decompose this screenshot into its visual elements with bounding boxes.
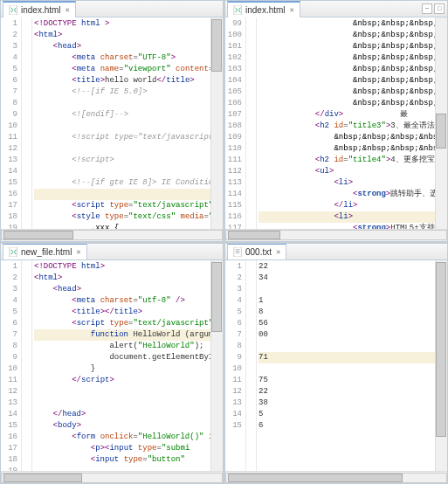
horizontal-scrollbar[interactable] bbox=[1, 471, 223, 483]
line-gutter: 123456789101112131415 bbox=[225, 260, 246, 472]
vertical-scrollbar[interactable] bbox=[435, 260, 447, 472]
pane-bottom-right: 000.txt ✕ 123456789101112131415 2234 185… bbox=[224, 243, 448, 485]
code-area[interactable]: <!DOCTYPE html><html> <head> <meta chars… bbox=[32, 260, 223, 472]
close-icon[interactable]: ✕ bbox=[76, 247, 80, 257]
pane-bottom-left: new_file.html ✕ 123456789101112131415161… bbox=[0, 243, 224, 485]
html-file-icon bbox=[9, 247, 18, 257]
line-gutter: 1234567891011121314151617181920212223 bbox=[1, 17, 22, 229]
close-icon[interactable]: ✕ bbox=[290, 5, 294, 15]
tab-000-txt[interactable]: 000.txt ✕ bbox=[227, 243, 286, 259]
tab-new-file-html[interactable]: new_file.html ✕ bbox=[3, 243, 87, 259]
txt-file-icon bbox=[233, 247, 243, 257]
tabbar: 000.txt ✕ bbox=[225, 244, 447, 260]
close-icon[interactable]: ✕ bbox=[276, 247, 280, 257]
vertical-scrollbar[interactable] bbox=[210, 260, 223, 472]
minimize-icon[interactable]: ─ bbox=[422, 3, 432, 14]
tab-title: 000.txt bbox=[245, 247, 272, 257]
close-icon[interactable]: ✕ bbox=[65, 5, 70, 15]
vertical-scrollbar[interactable] bbox=[210, 17, 223, 229]
tab-title: new_file.html bbox=[21, 247, 72, 257]
html-file-icon bbox=[233, 5, 243, 15]
code-area[interactable]: 2234 185600 71 75223856 bbox=[257, 260, 447, 472]
code-area[interactable]: &nbsp;&nbsp;&nbsp;&nbsp; &nbsp;&nbsp;&nb… bbox=[257, 17, 447, 229]
pane-top-left: index.html ✕ 123456789101112131415161718… bbox=[0, 0, 224, 242]
pane-top-right: index.html ✕ ─ □ 99100101102103104105106… bbox=[224, 0, 448, 242]
fold-gutter[interactable] bbox=[246, 17, 257, 229]
horizontal-scrollbar[interactable] bbox=[225, 471, 447, 483]
fold-gutter[interactable] bbox=[22, 260, 32, 472]
fold-gutter[interactable] bbox=[246, 260, 257, 472]
tab-index-html[interactable]: index.html ✕ bbox=[227, 1, 300, 17]
html-file-icon bbox=[9, 5, 18, 15]
code-editor[interactable]: 1234567891011121314151617181920212223 <!… bbox=[1, 260, 223, 472]
pane-toolbar: ─ □ bbox=[422, 3, 447, 14]
svg-rect-3 bbox=[234, 247, 241, 257]
line-gutter: 9910010110210310410510610710810911011111… bbox=[225, 17, 246, 229]
vertical-scrollbar[interactable] bbox=[435, 17, 447, 229]
tab-title: index.html bbox=[21, 5, 61, 15]
line-gutter: 1234567891011121314151617181920212223 bbox=[1, 260, 22, 472]
tabbar: index.html ✕ bbox=[1, 1, 223, 17]
code-editor[interactable]: 9910010110210310410510610710810911011111… bbox=[225, 17, 447, 229]
code-editor[interactable]: 1234567891011121314151617181920212223 <!… bbox=[1, 17, 223, 229]
fold-gutter[interactable] bbox=[22, 17, 32, 229]
code-editor[interactable]: 123456789101112131415 2234 185600 71 752… bbox=[225, 260, 447, 472]
horizontal-scrollbar[interactable] bbox=[1, 229, 223, 241]
tabbar: index.html ✕ ─ □ bbox=[225, 1, 447, 17]
horizontal-scrollbar[interactable] bbox=[225, 229, 447, 241]
code-area[interactable]: <!DOCTYPE html ><html> <head> <meta char… bbox=[32, 17, 223, 229]
maximize-icon[interactable]: □ bbox=[434, 3, 445, 14]
tab-index-html[interactable]: index.html ✕ bbox=[3, 1, 76, 17]
tabbar: new_file.html ✕ bbox=[1, 244, 223, 260]
editor-grid: index.html ✕ 123456789101112131415161718… bbox=[0, 0, 448, 484]
tab-title: index.html bbox=[245, 5, 286, 15]
